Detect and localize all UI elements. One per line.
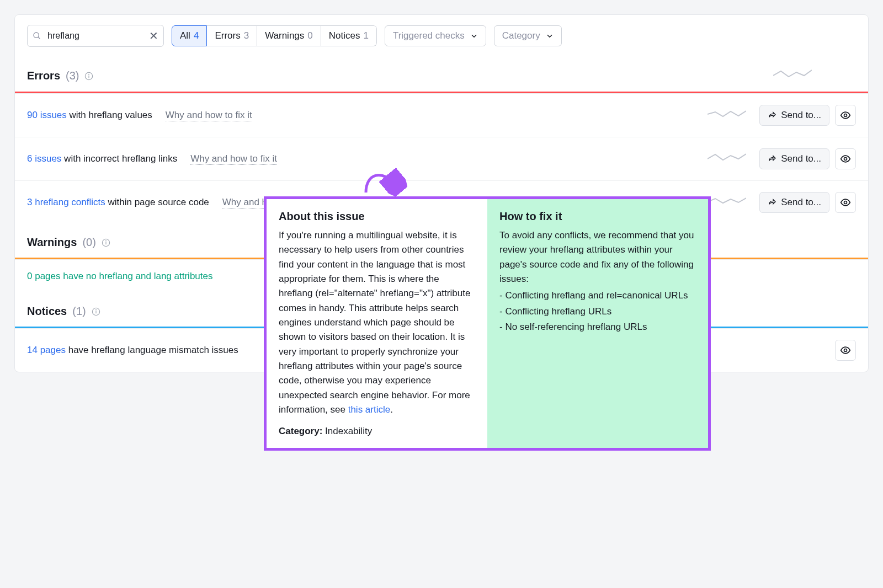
fix-list: - Conflicting hreflang and rel=canonical… [499, 288, 696, 334]
row-actions: Send to... [759, 192, 856, 213]
triggered-checks-dropdown[interactable]: Triggered checks [385, 25, 486, 46]
info-icon[interactable] [84, 72, 93, 81]
tab-count: 1 [363, 30, 368, 41]
svg-point-5 [844, 114, 847, 117]
info-icon[interactable] [102, 238, 110, 247]
tab-errors[interactable]: Errors 3 [207, 25, 257, 46]
row-actions: Send to... [759, 148, 856, 169]
about-text: If you're running a multilingual website… [279, 230, 470, 387]
dropdown-label: Triggered checks [393, 30, 465, 41]
tab-label: Errors [215, 30, 240, 41]
view-button[interactable] [835, 340, 856, 361]
send-to-button[interactable]: Send to... [759, 148, 829, 169]
search-icon [33, 31, 41, 40]
svg-point-10 [105, 240, 106, 241]
issue-count-link[interactable]: 0 pages have no hreflang and lang attrib… [27, 271, 212, 281]
issue-row[interactable]: 6 issues with incorrect hreflang links W… [15, 137, 868, 180]
toolbar: ✕ All 4 Errors 3 Warnings 0 Notices 1 Tr… [15, 15, 868, 57]
type-filter-tabs: All 4 Errors 3 Warnings 0 Notices 1 [172, 25, 377, 46]
fix-column: How to fix it To avoid any conflicts, we… [487, 199, 708, 387]
tab-label: All [180, 30, 190, 41]
tab-count: 4 [194, 30, 199, 41]
fix-item: - Conflicting hreflang URLs [499, 304, 696, 319]
tab-count: 0 [307, 30, 312, 41]
search-field-wrap: ✕ [27, 25, 164, 47]
share-arrow-icon [768, 111, 776, 120]
fix-item: - Conflicting hreflang and rel=canonical… [499, 288, 696, 303]
clear-search-button[interactable]: ✕ [147, 30, 159, 42]
row-actions: Send to... [759, 105, 856, 126]
dropdown-label: Category [502, 30, 540, 41]
chevron-down-icon [470, 32, 478, 40]
section-count: (0) [82, 236, 95, 249]
issue-rest: within page source code [105, 197, 209, 207]
fix-intro: To avoid any conflicts, we recommend tha… [499, 228, 696, 286]
eye-icon [840, 197, 851, 208]
svg-line-1 [38, 37, 40, 39]
why-fix-link[interactable]: Why and how to fix it [166, 110, 252, 121]
send-to-button[interactable]: Send to... [759, 192, 829, 213]
send-to-button[interactable]: Send to... [759, 105, 829, 126]
send-to-label: Send to... [781, 153, 821, 164]
why-fix-link[interactable]: Why and how to fix it [190, 153, 277, 165]
row-sparkline [708, 196, 746, 210]
send-to-label: Send to... [781, 197, 821, 208]
tab-notices[interactable]: Notices 1 [321, 25, 377, 46]
about-column: About this issue If you're running a mul… [267, 199, 487, 387]
issue-row[interactable]: 90 issues with hreflang values Why and h… [15, 93, 868, 137]
fix-item: - No self-referencing hreflang URLs [499, 320, 696, 334]
issue-rest: have hreflang language mismatch issues [66, 345, 238, 355]
share-arrow-icon [768, 198, 776, 207]
section-sparkline [773, 69, 812, 83]
callout-arrow-icon [358, 168, 407, 198]
issue-text: 6 issues with incorrect hreflang links [27, 153, 177, 164]
tab-warnings[interactable]: Warnings 0 [257, 25, 321, 46]
issue-rest: with hreflang values [67, 110, 152, 120]
view-button[interactable] [835, 148, 856, 169]
eye-icon [840, 345, 851, 356]
issue-count-link[interactable]: 90 issues [27, 110, 67, 120]
issue-count-link[interactable]: 3 hreflang conflicts [27, 197, 105, 207]
issue-count-link[interactable]: 6 issues [27, 153, 61, 164]
section-count: (1) [72, 305, 86, 318]
search-input[interactable] [27, 25, 164, 47]
eye-icon [840, 110, 851, 121]
tab-label: Notices [329, 30, 360, 41]
issue-text: 14 pages have hreflang language mismatch… [27, 345, 238, 356]
section-count: (3) [66, 70, 79, 82]
about-heading: About this issue [279, 210, 475, 223]
view-button[interactable] [835, 105, 856, 126]
svg-point-14 [844, 349, 847, 352]
svg-point-0 [34, 33, 39, 38]
tab-label: Warnings [265, 30, 304, 41]
view-button[interactable] [835, 192, 856, 213]
eye-icon [840, 153, 851, 164]
section-title: Notices [27, 305, 67, 318]
svg-point-6 [844, 158, 847, 161]
row-actions [835, 340, 856, 361]
issue-rest: with incorrect hreflang links [61, 153, 177, 164]
svg-point-4 [89, 74, 89, 74]
fix-heading: How to fix it [499, 210, 696, 223]
issue-details-popover: About this issue If you're running a mul… [264, 196, 711, 387]
svg-point-13 [95, 309, 96, 310]
about-body: If you're running a multilingual website… [279, 228, 475, 387]
send-to-label: Send to... [781, 110, 821, 121]
section-header-errors: Errors (3) [15, 57, 868, 92]
issue-count-link[interactable]: 14 pages [27, 345, 66, 355]
category-dropdown[interactable]: Category [494, 25, 562, 46]
row-sparkline [708, 109, 746, 122]
row-sparkline [708, 152, 746, 166]
issue-text: 3 hreflang conflicts within page source … [27, 197, 209, 208]
svg-point-7 [844, 201, 847, 204]
share-arrow-icon [768, 154, 776, 163]
section-title: Errors [27, 70, 60, 82]
issue-text: 0 pages have no hreflang and lang attrib… [27, 271, 212, 282]
issue-text: 90 issues with hreflang values [27, 110, 152, 121]
section-title: Warnings [27, 236, 77, 249]
chevron-down-icon [546, 32, 554, 40]
tab-all[interactable]: All 4 [172, 25, 207, 46]
tab-count: 3 [244, 30, 249, 41]
info-icon[interactable] [92, 307, 100, 316]
